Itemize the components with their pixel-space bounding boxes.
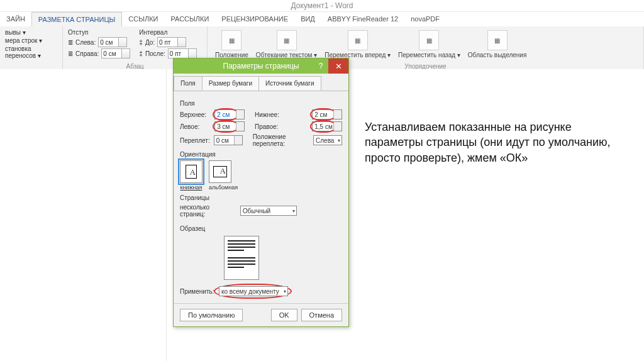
fields-heading: Поля (180, 100, 342, 107)
indent-right-label: Справа: (75, 50, 99, 57)
multi-pages-label: несколько страниц: (180, 204, 236, 218)
bottom-margin-input[interactable]: 2 см (312, 109, 342, 119)
dialog-tabs: Поля Размер бумаги Источник бумаги (174, 74, 348, 91)
breaks-menu[interactable]: вывы ▾ (5, 29, 57, 36)
page-edge (13, 69, 167, 361)
gutter-label: Переплет: (180, 137, 210, 144)
apply-to-select[interactable]: ко всему документу (219, 286, 288, 296)
pages-heading: Страницы (180, 194, 342, 201)
indent-heading: Отступ (68, 29, 130, 36)
tab-references[interactable]: ССЫЛКИ (122, 12, 164, 26)
tab-review[interactable]: РЕЦЕНЗИРОВАНИЕ (215, 12, 294, 26)
default-button[interactable]: По умолчанию (180, 309, 243, 321)
right-margin-label: Правое: (248, 123, 308, 130)
indent-right-input[interactable]: 0 см (101, 48, 130, 58)
interval-before-label: До: (145, 39, 155, 46)
close-icon[interactable]: ✕ (328, 58, 348, 74)
tab-source[interactable]: Источник бумаги (258, 76, 321, 91)
position-button[interactable]: ▦Положение (213, 29, 251, 60)
indent-left-label: Слева: (75, 39, 96, 46)
cancel-button[interactable]: Отмена (301, 309, 342, 321)
tab-paper[interactable]: Размер бумаги (202, 76, 259, 91)
instruction-text: Устанавливаем показанные на рисунке пара… (365, 119, 629, 165)
right-margin-input[interactable]: 1,5 см (312, 121, 342, 131)
tab-margins[interactable]: Поля (174, 76, 203, 91)
interval-before-input[interactable]: 0 пт (157, 37, 186, 47)
left-margin-label: Левое: (180, 123, 211, 130)
top-margin-input[interactable]: 2 см (214, 109, 245, 119)
left-margin-input[interactable]: 3 см (214, 121, 245, 131)
tab-novapdf[interactable]: novaPDF (404, 12, 446, 26)
indent-left-input[interactable]: 0 см (98, 37, 127, 47)
hyphenation-menu[interactable]: становка переносов ▾ (5, 45, 57, 59)
send-backward-button[interactable]: ▦Переместить назад ▾ (396, 29, 463, 60)
dialog-title: Параметры страницы ? ✕ (174, 58, 348, 74)
tab-view[interactable]: ВИД (294, 12, 321, 26)
top-margin-label: Верхнее: (180, 111, 211, 118)
preview-heading: Образец (180, 225, 342, 232)
orientation-landscape[interactable]: A альбомная (209, 160, 238, 191)
page-setup-dialog: Параметры страницы ? ✕ Поля Размер бумаг… (173, 58, 349, 327)
selection-pane-button[interactable]: ▦Область выделения (465, 29, 530, 60)
gutter-pos-select[interactable]: Слева (313, 135, 342, 145)
multi-pages-select[interactable]: Обычный (240, 206, 297, 216)
tab-page-layout[interactable]: РАЗМЕТКА СТРАНИЦЫ (31, 12, 122, 26)
orientation-heading: Ориентация (180, 151, 342, 158)
help-icon[interactable]: ? (314, 58, 327, 74)
line-numbers-menu[interactable]: мера строк ▾ (5, 37, 57, 44)
window-title: Документ1 - Word (0, 0, 644, 12)
wrap-text-button[interactable]: ▦Обтекание текстом ▾ (253, 29, 319, 60)
tab-mailings[interactable]: РАССЫЛКИ (164, 12, 215, 26)
tab-abbyy[interactable]: ABBYY FineReader 12 (321, 12, 404, 26)
bottom-margin-label: Нижнее: (248, 111, 308, 118)
orientation-portrait[interactable]: A книжная (180, 160, 203, 191)
gutter-pos-label: Положение переплета: (247, 133, 309, 147)
interval-after-input[interactable]: 0 пт (168, 48, 197, 58)
ok-button[interactable]: OK (271, 309, 297, 321)
preview-thumbnail (224, 236, 259, 280)
tab-design[interactable]: ЗАЙН (0, 12, 31, 26)
ribbon-tabs: ЗАЙН РАЗМЕТКА СТРАНИЦЫ ССЫЛКИ РАССЫЛКИ Р… (0, 12, 644, 26)
bring-forward-button[interactable]: ▦Переместить вперед ▾ (322, 29, 393, 60)
gutter-input[interactable]: 0 см (214, 135, 243, 145)
interval-heading: Интервал (139, 29, 197, 36)
interval-after-label: После: (145, 50, 165, 57)
apply-to-label: Применить: (180, 288, 215, 295)
